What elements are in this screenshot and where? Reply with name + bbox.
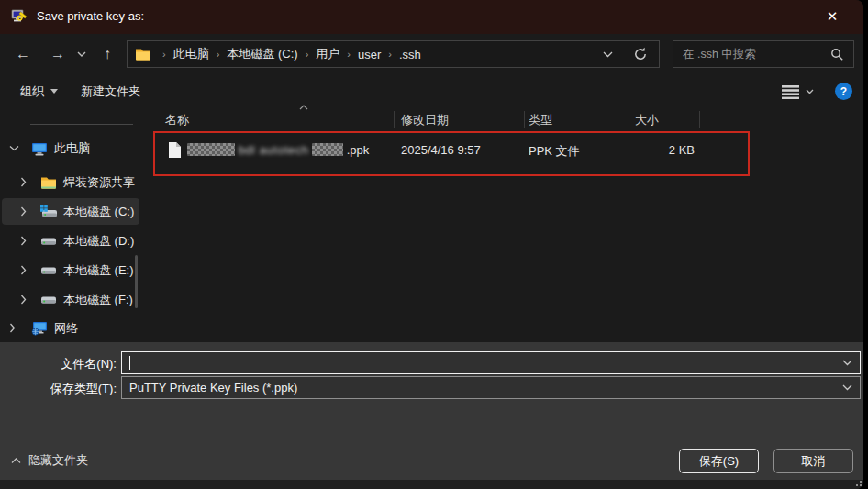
new-folder-label: 新建文件夹 <box>81 83 140 100</box>
up-icon: ↑ <box>104 46 111 62</box>
view-mode-button[interactable] <box>782 74 814 108</box>
help-button[interactable]: ? <box>835 74 852 108</box>
bottom-panel: 文件名(N): 保存类型(T): PuTTY Private Key Files… <box>0 342 863 480</box>
breadcrumb-ssh[interactable]: .ssh <box>397 48 423 61</box>
text-cursor <box>129 356 130 370</box>
sidebar-item-label: 焊装资源共享 <box>63 174 135 191</box>
organize-label: 组织 <box>20 83 44 100</box>
chevron-up-icon <box>11 458 21 464</box>
hide-folders-label: 隐藏文件夹 <box>28 452 88 469</box>
address-dropdown-icon[interactable] <box>603 51 613 58</box>
savetype-dropdown[interactable]: PuTTY Private Key Files (*.ppk) <box>121 376 861 399</box>
chevron-down-icon <box>806 89 814 94</box>
sidebar-item-network[interactable]: 网络 <box>0 314 147 342</box>
column-header-name[interactable]: 名称 <box>165 112 189 128</box>
sidebar-item-label: 此电脑 <box>54 140 90 157</box>
breadcrumb-this-pc[interactable]: 此电脑 <box>172 46 211 62</box>
windows-drive-icon <box>40 205 57 218</box>
dropdown-triangle-icon <box>50 89 58 94</box>
savetype-value: PuTTY Private Key Files (*.ppk) <box>129 381 297 395</box>
this-pc-icon <box>31 141 48 156</box>
sidebar-scrollbar[interactable] <box>135 255 138 308</box>
sort-ascending-icon <box>299 105 308 110</box>
breadcrumb-separator: › <box>300 49 315 60</box>
file-date: 2025/4/16 9:57 <box>401 143 481 157</box>
window-title: Save private key as: <box>37 9 144 23</box>
sidebar-divider <box>30 124 133 125</box>
folder-icon <box>135 48 151 61</box>
file-type: PPK 文件 <box>529 143 580 160</box>
sidebar-item-this-pc[interactable]: 此电脑 <box>0 134 147 162</box>
search-icon <box>830 48 844 61</box>
sidebar-item-label: 本地磁盘 (D:) <box>63 233 134 250</box>
back-icon: ← <box>16 46 30 62</box>
window-bottom-edge <box>0 480 863 489</box>
breadcrumb-drive-c[interactable]: 本地磁盘 (C:) <box>225 46 299 62</box>
column-header-type[interactable]: 类型 <box>529 112 552 128</box>
chevron-right-icon[interactable] <box>9 323 16 333</box>
navigation-bar: ← → ↑ › 此电脑 › 本地磁盘 (C:) › 用户 › user › .s… <box>0 34 863 74</box>
chevron-right-icon[interactable] <box>20 206 27 217</box>
close-icon: ✕ <box>827 8 839 25</box>
network-icon <box>31 321 48 336</box>
search-box[interactable]: 在 .ssh 中搜索 <box>673 40 854 68</box>
column-resizer[interactable] <box>394 111 395 128</box>
drive-icon <box>40 265 57 276</box>
hide-folders-button[interactable]: 隐藏文件夹 <box>11 449 88 472</box>
breadcrumb-users[interactable]: 用户 <box>314 46 341 62</box>
sidebar-item-drive-f[interactable]: 本地磁盘 (F:) <box>0 285 147 314</box>
chevron-right-icon[interactable] <box>20 295 27 305</box>
breadcrumb-user[interactable]: user <box>356 48 383 61</box>
back-button[interactable]: ← <box>11 43 35 65</box>
chevron-down-icon[interactable] <box>9 145 19 151</box>
breadcrumb-separator: › <box>157 49 172 60</box>
recent-locations-button[interactable] <box>73 43 90 65</box>
folder-icon <box>40 176 57 189</box>
column-resizer[interactable] <box>629 111 629 128</box>
sidebar-item-drive-d[interactable]: 本地磁盘 (D:) <box>0 227 147 255</box>
sidebar-item-shared-folder[interactable]: 焊装资源共享 <box>0 168 147 196</box>
save-button[interactable]: 保存(S) <box>679 449 759 473</box>
puttygen-app-icon <box>11 7 29 26</box>
chevron-down-icon[interactable] <box>842 384 852 391</box>
help-icon: ? <box>840 85 847 98</box>
cancel-button-label: 取消 <box>802 453 826 470</box>
file-list: 名称 修改日期 类型 大小 bdl autotech .ppk 2025/4/1… <box>147 108 863 342</box>
refresh-icon[interactable] <box>633 47 648 61</box>
breadcrumb-separator: › <box>383 49 397 60</box>
sidebar-item-drive-c[interactable]: 本地磁盘 (C:) <box>0 197 147 226</box>
close-button[interactable]: ✕ <box>812 0 852 33</box>
address-bar[interactable]: › 此电脑 › 本地磁盘 (C:) › 用户 › user › .ssh <box>127 40 660 68</box>
chevron-right-icon[interactable] <box>20 265 27 275</box>
drive-icon <box>40 236 57 247</box>
resize-grip[interactable] <box>853 474 863 487</box>
column-header-size[interactable]: 大小 <box>635 112 659 128</box>
new-folder-button[interactable]: 新建文件夹 <box>81 74 140 108</box>
organize-button[interactable]: 组织 <box>20 74 58 108</box>
column-resizer[interactable] <box>524 111 525 128</box>
filename-input[interactable] <box>121 351 861 374</box>
up-button[interactable]: ↑ <box>95 43 119 65</box>
censored-block <box>312 143 343 156</box>
filename-label: 文件名(N): <box>0 356 117 372</box>
chevron-down-icon <box>77 51 86 57</box>
forward-button[interactable]: → <box>46 43 70 65</box>
sidebar-item-label: 本地磁盘 (C:) <box>63 204 134 220</box>
navigation-pane: 此电脑 焊装资源共享 <box>0 108 147 342</box>
file-row-ppk[interactable]: bdl autotech .ppk 2025/4/16 9:57 PPK 文件 … <box>147 136 863 166</box>
sidebar-item-drive-e[interactable]: 本地磁盘 (E:) <box>0 256 147 284</box>
chevron-right-icon[interactable] <box>20 177 27 187</box>
chevron-down-icon[interactable] <box>842 360 852 366</box>
title-bar: Save private key as: ✕ <box>0 0 863 34</box>
column-resizer[interactable] <box>699 111 700 128</box>
column-header-date[interactable]: 修改日期 <box>401 112 449 128</box>
search-placeholder: 在 .ssh 中搜索 <box>683 47 830 62</box>
chevron-right-icon[interactable] <box>20 236 27 246</box>
file-name-blurred: bdl autotech <box>239 143 309 157</box>
breadcrumb-separator: › <box>211 49 226 60</box>
cancel-button[interactable]: 取消 <box>773 449 853 473</box>
savetype-label: 保存类型(T): <box>0 381 117 397</box>
sidebar-item-label: 本地磁盘 (F:) <box>63 292 133 308</box>
document-icon <box>168 141 182 159</box>
forward-icon: → <box>50 46 65 62</box>
